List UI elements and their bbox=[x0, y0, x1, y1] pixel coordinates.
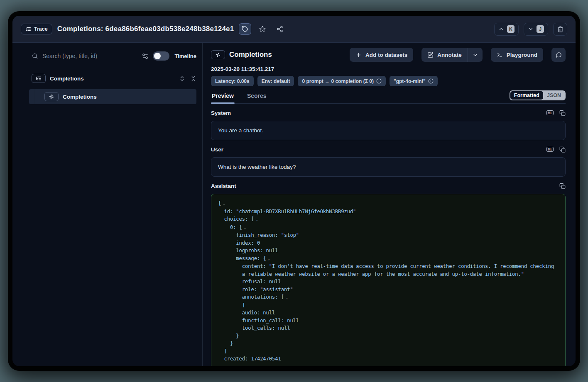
json-line: finish_reason: "stop" bbox=[218, 231, 559, 239]
token-usage-badge: 0 prompt → 0 completion (Σ 0) bbox=[298, 76, 386, 86]
trace-tree-sidebar: Timeline Completions bbox=[12, 43, 203, 366]
json-line: ] bbox=[218, 348, 559, 355]
expand-all-icon[interactable] bbox=[179, 75, 185, 82]
toggle-knob bbox=[154, 53, 161, 59]
system-message-content: You are a chatbot. bbox=[211, 121, 566, 140]
user-message-section: User M↓ What is the weather like today? bbox=[211, 144, 566, 177]
tag-icon bbox=[242, 26, 248, 32]
list-tree-icon bbox=[25, 26, 31, 32]
circle-plus-icon[interactable] bbox=[428, 78, 434, 84]
tree-item-completions-selected[interactable]: Completions bbox=[29, 89, 196, 104]
search-icon bbox=[32, 53, 38, 59]
copy-icon[interactable] bbox=[559, 183, 566, 189]
assistant-message-section: Assistant {⌄ id: "chatcmpl-BD7XRulRhULb7… bbox=[211, 181, 566, 366]
page-title: Completions: 6dea86b6feae03db538e248b38e… bbox=[57, 25, 234, 33]
playground-label: Playground bbox=[507, 52, 537, 58]
assistant-json: {⌄ id: "chatcmpl-BD7XRulRhULb7NjGfeOkhN3… bbox=[211, 194, 566, 366]
filter-settings-icon[interactable] bbox=[142, 53, 149, 60]
tree-root-trace[interactable]: Completions bbox=[32, 73, 196, 84]
json-line: role: "assistant" bbox=[218, 286, 559, 294]
timestamp: 2025-03-20 11:35:41.217 bbox=[211, 66, 566, 72]
chevron-down-icon bbox=[528, 26, 534, 32]
generation-node-badge bbox=[211, 50, 225, 59]
json-line: function_call: null bbox=[218, 317, 559, 325]
assistant-label: Assistant bbox=[211, 183, 559, 189]
json-line: choices: [⌄ bbox=[218, 215, 559, 224]
kbd-j: J bbox=[537, 25, 544, 33]
annotate-split-button: Annotate bbox=[421, 48, 483, 62]
observation-tree: Completions Completions bbox=[32, 73, 196, 104]
format-toggle-json[interactable]: JSON bbox=[543, 91, 565, 100]
trace-type-badge: Trace bbox=[21, 24, 52, 34]
markdown-toggle-icon[interactable]: M↓ bbox=[546, 110, 554, 116]
collapse-all-icon[interactable] bbox=[190, 75, 196, 82]
app-window: Trace Completions: 6dea86b6feae03db538e2… bbox=[12, 16, 576, 366]
timeline-label: Timeline bbox=[174, 53, 196, 59]
collapse-chevron-icon[interactable]: ⌄ bbox=[244, 225, 246, 230]
format-toggle-formatted[interactable]: Formatted bbox=[510, 91, 543, 100]
terminal-icon bbox=[497, 52, 503, 58]
timeline-toggle[interactable] bbox=[153, 51, 169, 61]
info-icon[interactable] bbox=[376, 78, 382, 84]
format-toggle: Formatted JSON bbox=[510, 90, 566, 100]
json-line: id: "chatcmpl-BD7XRulRhULb7NjGfeOkhN3BB9… bbox=[218, 208, 559, 216]
tag-button[interactable] bbox=[239, 23, 251, 35]
user-label: User bbox=[211, 146, 546, 153]
json-line: message: {⌄ bbox=[218, 255, 559, 263]
tab-scores[interactable]: Scores bbox=[246, 92, 267, 103]
collapse-chevron-icon[interactable]: ⌄ bbox=[268, 256, 270, 261]
collapse-chevron-icon[interactable]: ⌄ bbox=[223, 201, 225, 206]
json-line: refusal: null bbox=[218, 278, 559, 286]
add-to-datasets-label: Add to datasets bbox=[365, 52, 407, 58]
trace-node-badge bbox=[32, 74, 46, 83]
chevron-up-icon bbox=[498, 26, 504, 32]
json-line: 0: {⌄ bbox=[218, 224, 559, 232]
playground-button[interactable]: Playground bbox=[491, 48, 543, 62]
collapse-chevron-icon[interactable]: ⌄ bbox=[286, 295, 288, 299]
delete-trace-button[interactable] bbox=[553, 23, 567, 36]
env-badge: Env: default bbox=[257, 76, 294, 86]
add-to-datasets-button[interactable]: Add to datasets bbox=[350, 48, 413, 62]
share-button[interactable] bbox=[274, 23, 286, 35]
system-message-section: System M↓ You are a chatbot. bbox=[211, 108, 566, 140]
next-trace-button[interactable]: J bbox=[524, 23, 548, 36]
trash-icon bbox=[557, 26, 564, 32]
json-line: logprobs: null bbox=[218, 247, 559, 255]
search-input[interactable] bbox=[42, 53, 137, 59]
copy-icon[interactable] bbox=[559, 146, 566, 153]
tree-root-label: Completions bbox=[50, 75, 175, 82]
comments-button[interactable] bbox=[551, 48, 566, 62]
trace-topbar: Trace Completions: 6dea86b6feae03db538e2… bbox=[12, 16, 576, 43]
tab-preview[interactable]: Preview bbox=[211, 92, 235, 103]
json-line: } bbox=[218, 340, 559, 348]
json-line: } bbox=[218, 332, 559, 340]
json-line: index: 0 bbox=[218, 239, 559, 247]
markdown-toggle-icon[interactable]: M↓ bbox=[546, 147, 554, 152]
star-icon bbox=[259, 26, 266, 32]
system-label: System bbox=[211, 110, 546, 116]
list-tree-icon bbox=[36, 75, 42, 81]
star-button[interactable] bbox=[256, 23, 269, 35]
generation-pinwheel-icon bbox=[215, 52, 221, 58]
annotate-menu-button[interactable] bbox=[468, 48, 483, 62]
latency-badge: Latency: 0.00s bbox=[211, 76, 254, 86]
json-line: annotations: [⌄ bbox=[218, 293, 559, 302]
prev-trace-button[interactable]: K bbox=[494, 23, 519, 36]
model-badge: "gpt-4o-mini" bbox=[390, 76, 438, 86]
json-line: tool_calls: null bbox=[218, 324, 559, 332]
json-line: audio: null bbox=[218, 309, 559, 317]
json-line: content: "I don't have real-time data ac… bbox=[218, 263, 559, 278]
collapse-chevron-icon[interactable]: ⌄ bbox=[256, 217, 258, 221]
generation-pinwheel-icon bbox=[49, 94, 54, 100]
json-line: ] bbox=[218, 302, 559, 309]
json-line: created: 1742470541 bbox=[218, 355, 559, 363]
observation-detail-panel: Completions Add to datasets Annotate bbox=[203, 43, 576, 366]
annotate-button[interactable]: Annotate bbox=[421, 48, 468, 62]
tree-child-label: Completions bbox=[63, 94, 97, 100]
chevron-down-icon bbox=[472, 52, 478, 58]
copy-icon[interactable] bbox=[559, 110, 566, 116]
share-icon bbox=[277, 26, 283, 32]
observation-title: Completions bbox=[229, 51, 341, 59]
generation-node-badge bbox=[44, 92, 59, 101]
annotate-pen-icon bbox=[427, 52, 434, 58]
